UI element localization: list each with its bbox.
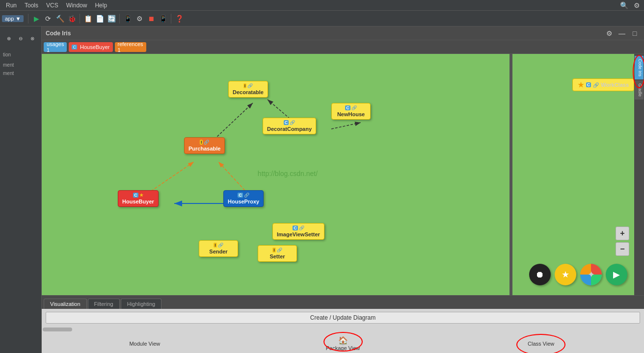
sidebar-tab-gradle[interactable]: Gradle — [635, 80, 644, 100]
menu-tools[interactable]: Tools — [21, 2, 42, 9]
toolbar: app ▼ ▶ ⟳ 🔨 🐞 📋 📄 🔄 📱 ⚙ ⏹ 📱 ❓ — [0, 11, 644, 26]
menu-window[interactable]: Window — [62, 2, 91, 9]
node-icon: C🔗 — [284, 120, 295, 125]
left-text-ment1: ment — [1, 61, 40, 69]
node-sender[interactable]: I🔗 Sender — [199, 240, 238, 257]
node-icon: C★ — [133, 193, 143, 198]
tab-filtering[interactable]: Filtering — [88, 299, 120, 309]
watermark: http://blog.csdn.net/ — [258, 170, 318, 177]
workclass-icon2: 🔗 — [593, 82, 599, 88]
create-update-btn[interactable]: Create / Update Diagram — [46, 312, 640, 324]
node-label: DecoratCompany — [267, 126, 312, 132]
node-decoratcompany[interactable]: C🔗 DecoratCompany — [263, 118, 316, 134]
device-btn[interactable]: 📱 — [158, 13, 168, 24]
node-workclass[interactable]: ★ C 🔗 WorkClass — [572, 78, 634, 91]
breadcrumb-references[interactable]: references1 — [115, 42, 146, 52]
left-text-tion: tion — [1, 49, 40, 60]
node-setter[interactable]: I🔗 Setter — [258, 245, 297, 262]
sep1 — [28, 14, 28, 24]
view-module[interactable]: Module View — [46, 339, 244, 347]
left-btn2[interactable]: ⊖ — [15, 33, 26, 44]
view-class-label: Class View — [528, 341, 554, 347]
sdk-btn[interactable]: ⚙ — [134, 13, 145, 24]
diagram-canvas[interactable]: http://blog.csdn.net/ — [42, 54, 510, 295]
run-btn[interactable]: ▶ — [31, 13, 42, 24]
node-icon: C🔗 — [293, 226, 304, 230]
tool-buttons-row: ⏺ ★ ✦ ▶ — [529, 264, 627, 285]
zoom-controls: + − — [616, 227, 629, 256]
tab-visualization[interactable]: Visualization — [44, 299, 87, 309]
tab-highlighting[interactable]: Highlighting — [121, 299, 161, 309]
node-decoratable[interactable]: I🔗 Decoratable — [228, 81, 268, 98]
node-houseproxy[interactable]: C🔗 HouseProxy — [223, 190, 264, 207]
scrollbar-h[interactable] — [42, 327, 644, 332]
pinwheel-btn[interactable]: ✦ — [580, 264, 602, 285]
left-btn1[interactable]: ⊕ — [3, 33, 14, 44]
bottom-controls: Create / Update Diagram Module View 🏠 Pa… — [42, 309, 644, 353]
build-btn[interactable]: 🔨 — [54, 13, 65, 24]
node-label: Setter — [269, 253, 285, 259]
app-dropdown[interactable]: app ▼ — [2, 15, 24, 22]
workclass-label: WorkClass — [601, 82, 629, 88]
help-btn[interactable]: ❓ — [174, 13, 185, 24]
svg-line-4 — [331, 123, 361, 129]
panel-minimize-icon[interactable]: — — [617, 28, 627, 39]
content-area: Code Iris ⚙ — □ usages1 C HouseBuyer ref… — [42, 26, 644, 353]
view-selector: Module View 🏠 Package View Class View — [42, 332, 644, 353]
breadcrumb-usages-label: usages1 — [47, 41, 64, 53]
paste-btn[interactable]: 📄 — [94, 13, 105, 24]
main-layout: ⊕ ⊖ ⊗ tion ment ment Code Iris ⚙ — □ usa… — [0, 26, 644, 353]
scrollbar-thumb[interactable] — [43, 328, 72, 331]
panel-gear-icon[interactable]: ⚙ — [604, 28, 615, 39]
node-housebuyer[interactable]: C★ HouseBuyer — [118, 190, 159, 207]
node-icon: I🔗 — [243, 83, 253, 88]
breadcrumb-usages[interactable]: usages1 — [44, 42, 67, 52]
zoom-in-btn[interactable]: + — [616, 227, 629, 240]
menu-vcs[interactable]: VCS — [42, 2, 62, 9]
sep4 — [171, 14, 171, 24]
left-text-ment2: ment — [1, 70, 40, 77]
menu-bar: Run Tools VCS Window Help 🔍 ⚙ — [0, 0, 644, 11]
panel-header: Code Iris ⚙ — □ — [42, 26, 644, 40]
breadcrumb-housebuyer[interactable]: C HouseBuyer — [69, 42, 112, 52]
breadcrumbs: usages1 C HouseBuyer references1 — [42, 40, 644, 54]
panel-expand-icon[interactable]: □ — [629, 28, 640, 39]
far-right-panel: Code Iris Gradle ★ C 🔗 WorkClass — [511, 54, 644, 295]
view-class[interactable]: Class View — [442, 339, 640, 347]
node-label: Purchasable — [188, 146, 220, 151]
stop-btn[interactable]: ⏹ — [146, 13, 157, 24]
node-label: HouseProxy — [228, 199, 259, 204]
record-btn[interactable]: ⏺ — [529, 264, 551, 285]
avd-btn[interactable]: 📱 — [122, 13, 133, 24]
panel-title: Code Iris — [46, 30, 71, 37]
breadcrumb-references-label: references1 — [118, 41, 143, 53]
far-right-content: ★ C 🔗 WorkClass + − ⏺ ★ ✦ — [512, 54, 644, 295]
package-icon-container: 🏠 — [338, 336, 348, 345]
node-label: HouseBuyer — [122, 199, 154, 204]
node-label: Decoratable — [233, 89, 264, 95]
view-package[interactable]: 🏠 Package View — [244, 334, 442, 351]
node-label: ImageViewSetter — [277, 231, 320, 237]
play-btn[interactable]: ▶ — [606, 264, 627, 285]
sync-btn[interactable]: ⟳ — [43, 13, 54, 24]
zoom-out-btn[interactable]: − — [616, 242, 629, 256]
settings-icon[interactable]: ⚙ — [631, 0, 642, 11]
star-btn[interactable]: ★ — [555, 264, 576, 285]
node-imageviewsetter[interactable]: C🔗 ImageViewSetter — [272, 223, 324, 240]
menu-help[interactable]: Help — [91, 2, 111, 9]
create-btn-row: Create / Update Diagram — [42, 309, 644, 327]
svg-line-7 — [218, 162, 248, 194]
sep2 — [80, 14, 80, 24]
node-newhouse[interactable]: C🔗 NewHouse — [331, 103, 371, 120]
copy-btn[interactable]: 📋 — [82, 13, 93, 24]
left-btn3[interactable]: ⊗ — [27, 33, 38, 44]
package-icon: 🏠 — [338, 336, 348, 345]
global-search-icon[interactable]: 🔍 — [618, 0, 629, 11]
bottom-tabs: Visualization Filtering Highlighting — [42, 295, 644, 309]
refresh-btn[interactable]: 🔄 — [106, 13, 117, 24]
debug-btn[interactable]: 🐞 — [66, 13, 77, 24]
sidebar-tab-codeiris[interactable]: Code Iris — [635, 56, 644, 79]
node-purchasable[interactable]: I🔗 Purchasable — [184, 137, 225, 154]
panel-tools: ⚙ — □ — [604, 28, 640, 39]
menu-run[interactable]: Run — [2, 2, 21, 9]
